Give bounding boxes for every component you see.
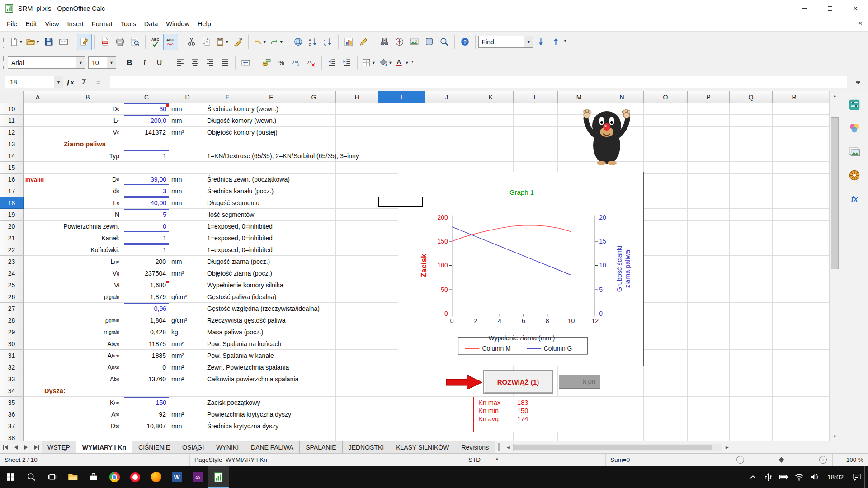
select-all-corner[interactable] — [0, 91, 24, 103]
row-header-32[interactable]: 32 — [0, 361, 24, 373]
column-header-h[interactable]: H — [336, 91, 378, 103]
merge-cells-button[interactable] — [238, 55, 253, 71]
row-header-17[interactable]: 17 — [0, 185, 24, 197]
print-button[interactable] — [113, 34, 127, 50]
expand-formula-bar-button[interactable]: ▬▼ — [852, 75, 864, 89]
row-header-22[interactable]: 22 — [0, 244, 24, 256]
cell-label-r32[interactable]: Abso — [52, 361, 121, 373]
cell-desc-r14[interactable]: 1=KN/Dextrose (65/35), 2=KN/Sorbitol (65… — [207, 150, 359, 162]
network-button[interactable] — [791, 466, 807, 488]
row-header-12[interactable]: 12 — [0, 127, 24, 138]
sidebar-properties-button[interactable] — [846, 97, 863, 113]
kn-stats-box[interactable]: Kn max183Kn min150Kn avg174 — [473, 397, 558, 432]
cell-label-r11[interactable]: Lc — [52, 115, 121, 127]
currency-button[interactable] — [259, 55, 274, 71]
vertical-scrollbar[interactable]: ▲ ▼ — [829, 91, 840, 441]
section-label-r13[interactable]: Ziarno paliwa — [64, 138, 106, 150]
row-header-24[interactable]: 24 — [0, 267, 24, 279]
row-header-15[interactable]: 15 — [0, 162, 24, 174]
column-header-c[interactable]: C — [123, 91, 170, 103]
cell-label-r36[interactable]: Ato — [52, 408, 121, 420]
section-label-r34[interactable]: Dysza: — [44, 385, 66, 397]
close-button[interactable]: × — [843, 0, 868, 17]
row-header-38[interactable]: 38 — [0, 432, 24, 441]
sidebar-styles-button[interactable] — [846, 120, 863, 136]
row-header-37[interactable]: 37 — [0, 420, 24, 432]
paste-button[interactable]: ▼ — [214, 34, 231, 50]
cell-desc-r19[interactable]: Ilość segmentów — [207, 209, 254, 221]
cell-value-r18[interactable]: 40,00 — [124, 197, 169, 208]
cell-unit-r28[interactable]: g/cm³ — [171, 314, 205, 326]
sort-ascending-button[interactable]: AZ — [306, 34, 321, 50]
draw-functions-button[interactable] — [356, 34, 371, 50]
cell-unit-r16[interactable]: mm — [171, 174, 205, 185]
column-header-g[interactable]: G — [292, 91, 336, 103]
row-header-21[interactable]: 21 — [0, 232, 24, 244]
data-sources-button[interactable] — [422, 34, 437, 50]
cell-value-r28[interactable]: 1,804 — [123, 314, 169, 326]
column-header-f[interactable]: F — [250, 91, 292, 103]
row-header-14[interactable]: 14 — [0, 150, 24, 162]
cell-label-r31[interactable]: Abco — [52, 350, 121, 361]
column-header-i[interactable]: I — [378, 91, 425, 103]
decrease-indent-button[interactable] — [325, 55, 340, 71]
cell-label-r20[interactable]: Powierzchnia zewn. — [52, 221, 121, 232]
first-sheet-button[interactable] — [0, 441, 10, 453]
find-input[interactable]: Find▼ — [478, 36, 533, 48]
taskbar-app-opera[interactable] — [125, 466, 146, 488]
cell-unit-r23[interactable]: mm — [171, 256, 205, 267]
cell-label-r33[interactable]: Abo — [52, 373, 121, 385]
cell-label-r30[interactable]: Abeo — [52, 338, 121, 350]
copy-button[interactable] — [199, 34, 214, 50]
scroll-down-icon[interactable]: ▼ — [830, 432, 840, 441]
sheet-tab-spalanie[interactable]: SPALANIE — [300, 441, 342, 453]
cell-unit-r36[interactable]: mm² — [171, 408, 205, 420]
scroll-left-icon[interactable]: ◀ — [503, 441, 513, 453]
cell-desc-r12[interactable]: Objętość komory (pustej) — [207, 127, 278, 138]
open-button[interactable]: ▼ — [24, 34, 41, 50]
cell-unit-r32[interactable]: mm² — [171, 361, 205, 373]
undo-dropdown-icon[interactable]: ▼ — [263, 40, 267, 44]
tray-expand-button[interactable] — [745, 466, 760, 488]
sheet-tab-wst-p[interactable]: WSTĘP — [42, 441, 76, 453]
taskbar-app-word[interactable]: W — [166, 466, 187, 488]
taskbar-app-calc[interactable] — [208, 466, 229, 488]
zoom-percent[interactable]: 100 % — [833, 454, 868, 466]
cell-desc-r10[interactable]: Średnica komory (wewn.) — [207, 103, 278, 115]
align-right-button[interactable] — [203, 55, 217, 71]
increase-indent-button[interactable] — [340, 55, 354, 71]
cell-value-r36[interactable]: 92 — [123, 408, 169, 420]
column-header-r[interactable]: R — [773, 91, 816, 103]
sort-descending-button[interactable]: ZA — [321, 34, 335, 50]
new-document-button[interactable]: ▼ — [8, 34, 24, 50]
cell-label-r14[interactable]: Typ — [52, 150, 121, 162]
align-left-button[interactable] — [173, 55, 188, 71]
menu-edit[interactable]: Edit — [21, 18, 41, 30]
cell-label-r24[interactable]: Vg — [52, 267, 121, 279]
cell-value-r27[interactable]: 0,96 — [124, 303, 169, 314]
row-header-27[interactable]: 27 — [0, 303, 24, 314]
bold-button[interactable]: B — [122, 55, 137, 71]
scroll-right-icon[interactable]: ▶ — [722, 441, 732, 453]
cell-label-r23[interactable]: Lgo — [52, 256, 121, 267]
toolbar-drag-handle[interactable] — [3, 36, 5, 48]
cell-desc-r25[interactable]: Wypełnienie komory silnika — [207, 279, 283, 291]
font-name-dropdown-icon[interactable]: ▼ — [76, 57, 85, 68]
cell-unit-r26[interactable]: g/cm³ — [171, 291, 205, 303]
cell-desc-r31[interactable]: Pow. Spalania w kanale — [207, 350, 274, 361]
taskbar-app-file-explorer[interactable] — [62, 466, 83, 488]
horizontal-scrollbar[interactable] — [513, 444, 722, 451]
search-button[interactable] — [21, 466, 42, 488]
taskbar-app-chrome[interactable] — [104, 466, 125, 488]
cell-value-r32[interactable]: 0 — [123, 361, 169, 373]
cell-desc-r28[interactable]: Rzeczywista gęstość paliwa — [207, 314, 286, 326]
column-header-o[interactable]: O — [644, 91, 688, 103]
cell-desc-r35[interactable]: Zacisk początkowy — [207, 397, 260, 408]
spelling-button[interactable]: ABC — [148, 34, 163, 50]
show-desktop-button[interactable] — [864, 466, 868, 488]
cell-desc-r29[interactable]: Masa paliwa (pocz.) — [207, 326, 264, 338]
cell-desc-r23[interactable]: Długość ziarna (pocz.) — [207, 256, 270, 267]
save-button[interactable] — [41, 34, 56, 50]
cell-desc-r21[interactable]: 1=exposed, 0=inhibited — [207, 232, 273, 244]
row-header-18[interactable]: 18 — [0, 197, 24, 209]
